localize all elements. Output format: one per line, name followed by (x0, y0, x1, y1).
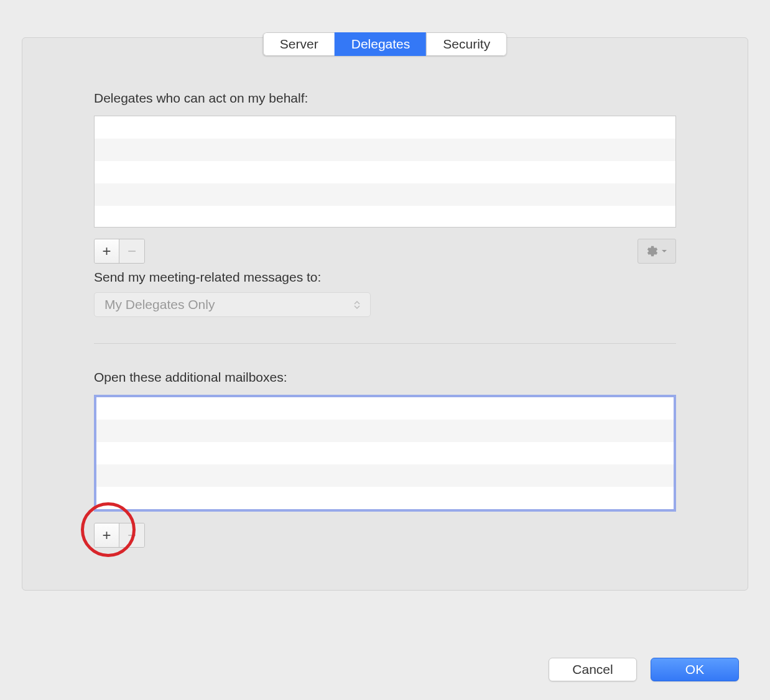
footer-buttons: Cancel OK (549, 658, 739, 681)
mailboxes-section: Open these additional mailboxes: + − (94, 370, 676, 548)
tab-server[interactable]: Server (263, 32, 335, 56)
main-panel: Delegates who can act on my behalf: + − (22, 37, 748, 591)
meeting-messages-dropdown[interactable]: My Delegates Only (94, 292, 371, 317)
add-delegate-button[interactable]: + (95, 239, 119, 263)
list-row (96, 464, 674, 487)
preferences-window: Server Delegates Security Delegates who … (0, 0, 770, 700)
delegates-section: Delegates who can act on my behalf: + − (94, 91, 676, 317)
dropdown-value: My Delegates Only (104, 297, 215, 312)
plus-icon: + (102, 527, 111, 544)
delegates-list[interactable] (94, 116, 676, 228)
delegates-controls: + − (94, 239, 676, 264)
minus-icon: − (128, 527, 136, 544)
list-row (95, 183, 675, 206)
delegate-options-button[interactable] (638, 239, 676, 264)
list-row (96, 420, 674, 442)
add-mailbox-button[interactable]: + (95, 523, 119, 547)
tab-bar: Server Delegates Security (263, 32, 507, 56)
mailboxes-add-remove: + − (94, 523, 145, 548)
list-row (95, 206, 675, 228)
list-row (96, 397, 674, 420)
tab-security[interactable]: Security (426, 32, 507, 56)
delegates-add-remove: + − (94, 239, 145, 264)
tab-delegates[interactable]: Delegates (335, 32, 427, 56)
mailboxes-list[interactable] (94, 395, 676, 512)
ok-button[interactable]: OK (651, 658, 739, 681)
list-row (95, 139, 675, 161)
plus-icon: + (102, 242, 111, 260)
minus-icon: − (128, 242, 136, 260)
meeting-messages-label: Send my meeting-related messages to: (94, 270, 676, 285)
remove-delegate-button[interactable]: − (119, 239, 144, 263)
updown-icon (354, 301, 360, 309)
chevron-down-icon (661, 248, 667, 254)
delegates-label: Delegates who can act on my behalf: (94, 91, 676, 106)
list-row (95, 116, 675, 139)
mailboxes-label: Open these additional mailboxes: (94, 370, 676, 385)
list-row (95, 161, 675, 183)
gear-icon (646, 245, 659, 257)
cancel-button[interactable]: Cancel (549, 658, 637, 681)
divider (94, 343, 676, 344)
remove-mailbox-button[interactable]: − (119, 523, 144, 547)
list-row (96, 487, 674, 509)
list-row (96, 442, 674, 464)
mailboxes-controls: + − (94, 523, 676, 548)
